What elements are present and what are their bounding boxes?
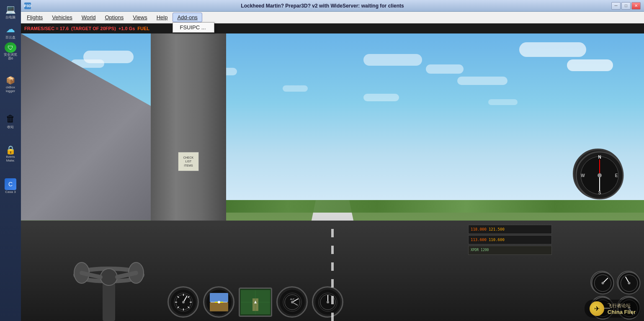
app-icon-text: P3D (24, 4, 31, 8)
menu-help[interactable]: Help (152, 13, 172, 22)
cloud-4 (208, 68, 237, 75)
watermark-logo: ✈ (590, 301, 604, 316)
sidebar-label-recycle: 收站 (7, 126, 14, 129)
dropbox-icon: 📦 (4, 75, 17, 85)
cloud-7 (457, 77, 507, 85)
cloud-10 (283, 85, 308, 92)
cloud-5 (363, 54, 422, 66)
menu-views[interactable]: Views (129, 13, 151, 22)
watermark-plane-icon: ✈ (594, 305, 600, 313)
status-bar: FRAMES/SEC = 17.6 (TARGET OF 20FPS) +1.0… (21, 23, 644, 33)
cloud-3 (177, 47, 219, 58)
windows-sidebar: 💻 台电脑 ☁ 百云盘 🛡 安全浏览器6 📦 ckBoxlogger 🗑 收站 … (0, 0, 21, 321)
window-controls: ─ □ ✕ (611, 2, 641, 10)
target-fps-display: (TARGET OF 20FPS) (71, 26, 116, 31)
menu-options[interactable]: Options (100, 13, 128, 22)
watermark: ✈ 飞行者论坛 China Flier (585, 300, 641, 318)
malware-icon: 🔒 (4, 144, 17, 155)
cloud-12 (488, 99, 518, 105)
terrain-background (21, 200, 644, 321)
sidebar-label-dropbox: ckBoxlogger (6, 86, 15, 93)
menu-flights[interactable]: Flights (23, 13, 47, 22)
sky-background (21, 33, 644, 206)
sidebar-label-computer: 台电脑 (5, 16, 15, 20)
menu-addons-container: Add-ons FSUIPC ... (173, 13, 202, 22)
sidebar-label-malware: tiverisMalw. (6, 155, 15, 163)
addons-dropdown-menu: FSUIPC ... (173, 22, 214, 33)
runway-center-line (331, 224, 334, 321)
casa-icon: C (5, 178, 16, 190)
dropdown-fsuipc[interactable]: FSUIPC ... (173, 23, 214, 32)
sidebar-item-cloud[interactable]: ☁ 百云盘 (1, 22, 20, 41)
recycle-icon: 🗑 (4, 113, 17, 125)
computer-icon: 💻 (4, 3, 17, 15)
fps-display: FRAMES/SEC = 17.6 (24, 26, 69, 31)
close-button[interactable]: ✕ (631, 2, 641, 10)
menu-world[interactable]: World (77, 13, 100, 22)
simulator-viewport: CHECKLISTITEMS (21, 33, 644, 321)
simulator-window: P3D Lockheed Martin? Prepar3D? v2 with W… (21, 0, 644, 321)
cloud-6 (426, 64, 464, 74)
browser-icon: 🛡 (5, 42, 16, 53)
menu-vehicles[interactable]: Vehicles (48, 13, 76, 22)
fuel-display: FUEL (137, 26, 149, 31)
watermark-site: 飞行者论坛 (608, 303, 636, 309)
sidebar-label-browser: 安全浏览器6 (4, 53, 17, 61)
sidebar-item-malware[interactable]: 🔒 tiverisMalw. (1, 144, 20, 163)
watermark-subtitle: China Flier (608, 309, 636, 315)
sidebar-item-browser[interactable]: 🛡 安全浏览器6 (1, 42, 20, 61)
minimize-button[interactable]: ─ (611, 2, 621, 10)
app-icon: P3D (24, 3, 31, 9)
sidebar-label-cloud: 百云盘 (5, 36, 15, 40)
menu-addons[interactable]: Add-ons (173, 13, 202, 22)
title-bar: P3D Lockheed Martin? Prepar3D? v2 with W… (21, 0, 644, 12)
gs-display: +1.0 Gs (118, 26, 135, 31)
cloud-8 (519, 42, 586, 57)
cloud-11 (363, 94, 399, 101)
maximize-button[interactable]: □ (621, 2, 631, 10)
cloud-9 (567, 59, 613, 71)
sidebar-item-computer[interactable]: 💻 台电脑 (1, 2, 20, 21)
sidebar-label-casa: Casa 3 (5, 190, 15, 194)
sidebar-item-recycle[interactable]: 🗑 收站 (1, 112, 20, 130)
horizon-trees (21, 200, 644, 213)
sidebar-item-casa[interactable]: C Casa 3 (1, 177, 20, 195)
cloud-icon: ☁ (4, 23, 17, 36)
sidebar-item-dropbox[interactable]: 📦 ckBoxlogger (1, 75, 20, 93)
window-title: Lockheed Martin? Prepar3D? v2 with WideS… (33, 3, 611, 9)
watermark-text: 飞行者论坛 China Flier (608, 303, 636, 315)
menu-bar: Flights Vehicles World Options Views Hel… (21, 12, 644, 23)
cloud-2 (71, 59, 104, 68)
